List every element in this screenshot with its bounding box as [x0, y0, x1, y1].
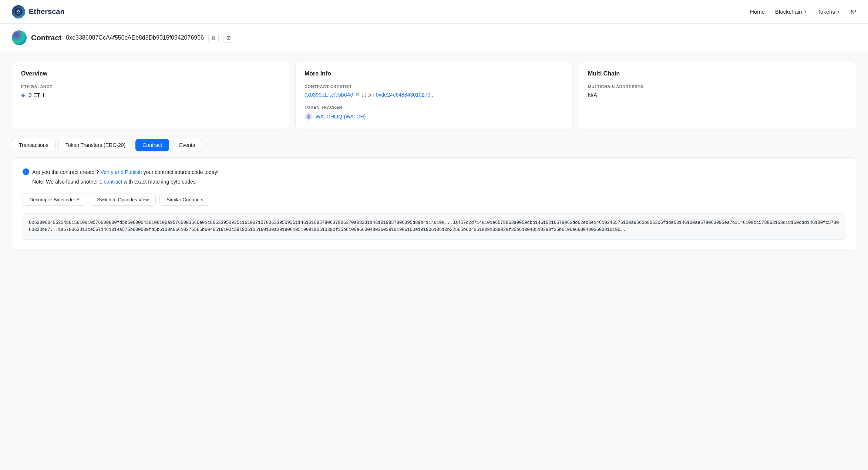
eth-balance-section: ETH BALANCE ◆ 0 ETH [21, 84, 280, 98]
nav-more[interactable]: N/ [851, 9, 856, 15]
brand-logo[interactable]: Etherscan [12, 5, 65, 19]
multichain-addresses-label: MULTICHAIN ADDRESSES [588, 84, 847, 89]
token-tracker-section: TOKEN TRACKER WATCHLIQ (WATCH) [305, 105, 563, 121]
token-tracker-label: TOKEN TRACKER [305, 105, 563, 110]
at-txn-label: at txn [362, 92, 374, 98]
logo-icon [12, 5, 25, 19]
creator-copy-icon[interactable]: ⧉ [356, 92, 360, 97]
contract-label: Contract [31, 34, 61, 42]
action-buttons: Decompile Bytecode ↗ Switch to Opcodes V… [23, 194, 845, 206]
multi-chain-title: Multi Chain [588, 70, 847, 77]
external-link-icon: ↗ [76, 197, 79, 202]
matching-contract-link[interactable]: 1 contract [100, 179, 122, 185]
tab-token-transfers[interactable]: Token Transfers (ERC-20) [58, 139, 133, 151]
overview-card: Overview ETH BALANCE ◆ 0 ETH [12, 61, 289, 130]
copy-icon: ⧉ [212, 35, 215, 41]
tab-contract[interactable]: Contract [135, 139, 169, 151]
tab-events[interactable]: Events [172, 139, 202, 151]
main-content: Overview ETH BALANCE ◆ 0 ETH More Info C… [0, 52, 868, 259]
tokens-chevron-icon: ▼ [837, 10, 840, 14]
blockchain-chevron-icon: ▼ [804, 10, 807, 14]
nav-home[interactable]: Home [750, 9, 765, 15]
eth-diamond-icon: ◆ [21, 92, 26, 98]
overview-title: Overview [21, 70, 280, 77]
eth-balance-value: ◆ 0 ETH [21, 92, 280, 98]
creator-section: CONTRACT CREATOR 0x0390c1...efc5b6A0 ⧉ a… [305, 84, 563, 98]
creator-address-link[interactable]: 0x0390c1...efc5b6A0 [305, 92, 353, 98]
info-text-block: Are you the contract creator? Verify and… [32, 168, 219, 188]
tab-transactions[interactable]: Transactions [12, 139, 55, 151]
token-name-link[interactable]: WATCHLIQ (WATCH) [316, 114, 366, 120]
creator-label: CONTRACT CREATOR [305, 84, 563, 89]
bytecode-display: 0x6080604052348015610010576000800fd5b506… [23, 213, 845, 240]
decompile-bytecode-button[interactable]: Decompile Bytecode ↗ [23, 194, 86, 206]
info-line-1: Are you the contract creator? Verify and… [32, 168, 219, 176]
info-banner: i Are you the contract creator? Verify a… [23, 168, 845, 188]
info-circle-icon: i [23, 168, 29, 175]
multichain-addresses-section: MULTICHAIN ADDRESSES N/A [588, 84, 847, 98]
qrcode-icon: ⊞ [226, 35, 231, 41]
creator-txn-link[interactable]: 0xde24e648843010270... [376, 92, 435, 98]
more-info-title: More Info [305, 70, 563, 77]
more-info-card: More Info CONTRACT CREATOR 0x0390c1...ef… [295, 61, 573, 130]
token-icon [305, 113, 313, 121]
cards-row: Overview ETH BALANCE ◆ 0 ETH More Info C… [12, 61, 856, 130]
contract-panel: i Are you the contract creator? Verify a… [12, 157, 856, 251]
info-line-2: Note: We also found another 1 contract w… [32, 178, 219, 186]
qr-code-button[interactable]: ⊞ [223, 33, 234, 43]
tabs-bar: Transactions Token Transfers (ERC-20) Co… [12, 139, 856, 151]
contract-address: 0xe3386087CcA4f550cAEb8d8Db9015f09420769… [66, 34, 204, 41]
contract-avatar [12, 30, 27, 45]
eth-balance-label: ETH BALANCE [21, 84, 280, 89]
copy-address-button[interactable]: ⧉ [208, 33, 219, 43]
token-row: WATCHLIQ (WATCH) [305, 113, 563, 121]
similar-contracts-button[interactable]: Similar Contracts [159, 194, 210, 206]
nav-menu: Home Blockchain ▼ Tokens ▼ N/ [750, 9, 856, 15]
navbar: Etherscan Home Blockchain ▼ Tokens ▼ N/ [0, 0, 868, 24]
svg-point-0 [14, 8, 22, 16]
multichain-addresses-value: N/A [588, 92, 847, 98]
verify-publish-link[interactable]: Verify and Publish [100, 169, 142, 175]
nav-blockchain[interactable]: Blockchain ▼ [775, 9, 807, 15]
switch-opcodes-button[interactable]: Switch to Opcodes View [90, 194, 156, 206]
page-header: Contract 0xe3386087CcA4f550cAEb8d8Db9015… [0, 24, 868, 52]
multi-chain-card: Multi Chain MULTICHAIN ADDRESSES N/A [579, 61, 856, 130]
nav-tokens[interactable]: Tokens ▼ [818, 9, 840, 15]
